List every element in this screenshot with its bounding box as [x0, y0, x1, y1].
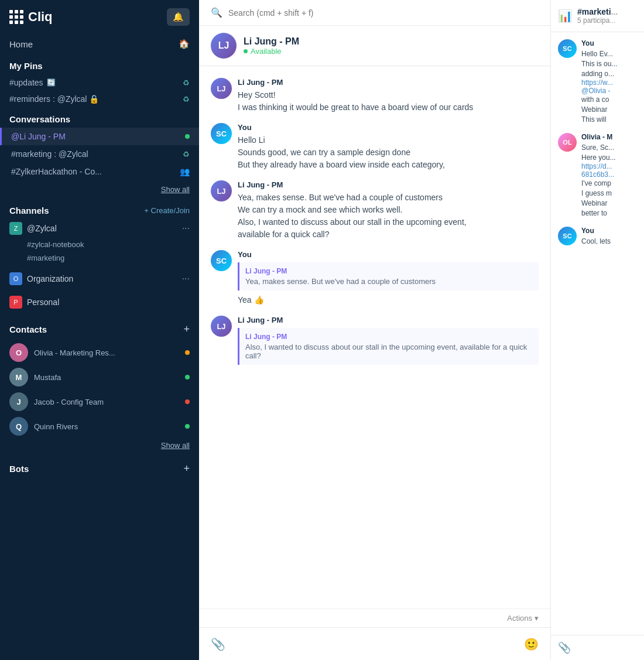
right-attach-button[interactable]: 📎: [558, 641, 571, 654]
actions-chevron-icon: ▾: [535, 614, 539, 623]
channel-group-organization: O Organization ···: [9, 269, 190, 288]
channel-group-zylcal: Z @Zylcal ··· #zylcal-notebook #marketin…: [9, 219, 190, 265]
right-msg-mention-1: @Olivia -: [581, 87, 637, 95]
actions-button[interactable]: Actions ▾: [507, 614, 539, 623]
emoji-button[interactable]: 🙂: [524, 637, 539, 651]
search-icon: 🔍: [211, 7, 222, 18]
msg-text-2a: Hello Li: [238, 134, 539, 146]
msg-text-4: Yea 👍: [238, 294, 539, 306]
pin-reminders-sync-icon: ♻: [183, 95, 190, 104]
attach-file-button[interactable]: 📎: [211, 637, 225, 651]
chat-header-name: Li Jung - PM: [244, 36, 539, 47]
app-logo[interactable]: Cliq: [9, 9, 53, 25]
conversation-item-marketing[interactable]: #marketing : @Zylcal ♻: [0, 145, 199, 163]
my-pins-title: My Pins: [0, 54, 199, 74]
msg-text-1b: I was thinking it would be great to have…: [238, 101, 539, 114]
message-group-5: LJ Li Jung - PM Li Jung - PM Also, I wan…: [211, 316, 539, 368]
sidebar: Cliq 🔔 Home 🏠 My Pins #updates 🔄 ♻ #remi…: [0, 0, 199, 660]
chat-header-info: Li Jung - PM Available: [244, 36, 539, 56]
right-msg-sender-2: Olivia - M: [581, 133, 637, 141]
msg-text-1a: Hey Scott!: [238, 89, 539, 101]
sub-channel-zylcal-notebook[interactable]: #zylcal-notebook: [9, 238, 190, 251]
grid-icon: [9, 10, 23, 24]
msg-avatar-lj-2: LJ: [211, 180, 232, 201]
conv-hackathon-name: #ZylkerHackathon - Co...: [11, 167, 102, 176]
chat-header-avatar: LJ: [211, 33, 237, 59]
right-msg-group-3: SC You Cool, lets: [558, 227, 637, 247]
conversation-item-lijung[interactable]: @Li Jung - PM: [0, 128, 199, 145]
chat-header-status: Available: [244, 47, 539, 56]
quoted-message-5: Li Jung - PM Also, I wanted to discuss a…: [238, 328, 539, 365]
channel-group-personal-name[interactable]: P Personal: [9, 296, 59, 309]
contact-olivia-status: [185, 350, 190, 355]
right-msg-content-2: Olivia - M Sure, Sc... Here you... https…: [581, 133, 637, 218]
contact-quinn-name: Quinn Rivers: [34, 422, 78, 431]
message-input[interactable]: [232, 640, 517, 649]
contact-quinn[interactable]: Q Quinn Rivers: [9, 414, 190, 439]
right-msg-link-1: https://w...: [581, 78, 637, 87]
contacts-show-all-button[interactable]: Show all: [161, 439, 190, 452]
channel-group-zylcal-name[interactable]: Z @Zylcal: [9, 222, 57, 235]
search-input[interactable]: [228, 8, 539, 18]
add-contact-button[interactable]: +: [183, 323, 190, 336]
message-group-2: SC You Hello Li Sounds good, we can try …: [211, 123, 539, 171]
channel-zylcal-menu-button[interactable]: ···: [182, 223, 190, 234]
conv-marketing-name: #marketing : @Zylcal: [11, 149, 88, 159]
contact-jacob-name: Jacob - Config Team: [34, 398, 104, 406]
channel-group-personal: P Personal: [9, 293, 190, 312]
msg-text-3d: available for a quick call?: [238, 228, 539, 241]
sidebar-item-home[interactable]: Home 🏠: [0, 34, 199, 54]
right-panel-input-bar: 📎: [551, 635, 644, 660]
msg-avatar-you-1: SC: [211, 123, 232, 144]
right-msg-text-2a: Sure, Sc...: [581, 143, 637, 153]
actions-bar: Actions ▾: [199, 608, 550, 627]
bots-title: Bots: [9, 464, 29, 474]
channel-group-org-name[interactable]: O Organization: [9, 272, 73, 285]
msg-avatar-lj-3: LJ: [211, 316, 232, 337]
pin-reminders[interactable]: #reminders : @Zylcal 🔒 ♻: [0, 91, 199, 107]
contact-mustafa-avatar: M: [9, 368, 28, 387]
conv-hackathon-icon: 👥: [180, 167, 190, 176]
right-panel-header: 📊 #marketi... 5 participa...: [551, 0, 644, 32]
pin-updates[interactable]: #updates 🔄 ♻: [0, 74, 199, 91]
contact-olivia-name: Olivia - Marketing Res...: [34, 348, 115, 357]
right-msg-text-1b: This is ou...: [581, 59, 637, 69]
actions-label: Actions: [507, 614, 532, 623]
create-join-button[interactable]: + Create/Join: [144, 206, 190, 215]
msg-text-3a: Yea, makes sense. But we've had a couple…: [238, 191, 539, 204]
conversation-item-hackathon[interactable]: #ZylkerHackathon - Co... 👥: [0, 163, 199, 180]
channel-org-menu-button[interactable]: ···: [182, 273, 190, 284]
contact-jacob-avatar: J: [9, 392, 28, 411]
contact-quinn-avatar: Q: [9, 417, 28, 436]
message-group-1: LJ Li Jung - PM Hey Scott! I was thinkin…: [211, 78, 539, 114]
right-msg-text-1d: with a co: [581, 95, 637, 105]
chat-header-status-text: Available: [251, 47, 282, 56]
right-panel-messages: SC You Hello Ev... This is ou... adding …: [551, 32, 644, 253]
chat-messages: LJ Li Jung - PM Hey Scott! I was thinkin…: [199, 66, 550, 608]
notification-bell-button[interactable]: 🔔: [167, 8, 190, 26]
main-chat: 🔍 LJ Li Jung - PM Available LJ Li Jung -…: [199, 0, 550, 660]
right-msg-text-2d: I guess m: [581, 189, 637, 199]
app-name: Cliq: [28, 9, 53, 25]
quoted-text-5: Also, I wanted to discuss about our stal…: [245, 343, 533, 360]
home-icon: 🏠: [179, 39, 190, 49]
right-msg-sender-1: You: [581, 39, 637, 47]
right-msg-content-3: You Cool, lets: [581, 227, 637, 247]
channel-personal-label: Personal: [27, 297, 59, 307]
right-msg-text-2f: better to: [581, 208, 637, 218]
contact-olivia[interactable]: O Olivia - Marketing Res...: [9, 340, 190, 365]
right-msg-sender-3: You: [581, 227, 637, 235]
right-msg-text-3a: Cool, lets: [581, 237, 637, 247]
add-bot-button[interactable]: +: [183, 463, 190, 475]
contact-mustafa[interactable]: M Mustafa: [9, 365, 190, 389]
msg-sender-1: Li Jung - PM: [238, 78, 539, 87]
right-msg-text-2e: Webinar: [581, 199, 637, 208]
sub-channel-marketing[interactable]: #marketing: [9, 251, 190, 265]
right-msg-text-1f: This will: [581, 115, 637, 125]
contact-jacob[interactable]: J Jacob - Config Team: [9, 389, 190, 414]
msg-content-2: You Hello Li Sounds good, we can try a s…: [238, 123, 539, 171]
right-msg-group-1: SC You Hello Ev... This is ou... adding …: [558, 39, 637, 125]
conv-lijung-name: @Li Jung - PM: [11, 132, 66, 141]
conversations-show-all-button[interactable]: Show all: [161, 183, 190, 196]
right-msg-text-1a: Hello Ev...: [581, 49, 637, 59]
